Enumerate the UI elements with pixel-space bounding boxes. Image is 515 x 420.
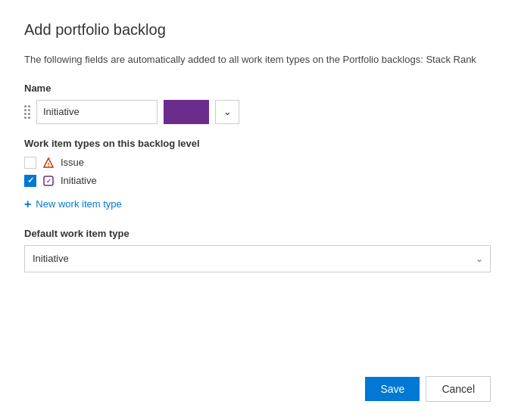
add-new-work-item-label: New work item type <box>36 198 121 210</box>
initiative-checkbox[interactable] <box>24 175 36 187</box>
chevron-down-icon: ⌄ <box>223 106 232 117</box>
dialog-description: The following fields are automatically a… <box>24 52 491 67</box>
add-portfolio-backlog-dialog: Add portfolio backlog The following fiel… <box>0 0 515 420</box>
drag-handle-icon <box>24 105 30 119</box>
color-swatch-button[interactable] <box>164 100 209 124</box>
work-item-row: ! Issue <box>24 157 491 169</box>
color-dropdown-button[interactable]: ⌄ <box>215 100 239 124</box>
name-input[interactable] <box>36 100 158 124</box>
issue-icon: ! <box>42 157 55 169</box>
default-section-label: Default work item type <box>24 228 491 239</box>
cancel-button[interactable]: Cancel <box>426 376 491 402</box>
add-new-work-item-row[interactable]: + New work item type <box>24 198 491 211</box>
name-row: ⌄ <box>24 100 491 124</box>
name-label: Name <box>24 82 491 94</box>
save-button[interactable]: Save <box>365 377 420 401</box>
initiative-work-item-row: ✓ Initiative <box>24 175 491 187</box>
svg-text:!: ! <box>48 160 50 167</box>
plus-icon: + <box>24 198 31 211</box>
issue-label: Issue <box>61 157 84 168</box>
work-item-list: ! Issue ✓ Initiative <box>24 157 491 187</box>
dialog-footer: Save Cancel <box>365 376 491 402</box>
initiative-label: Initiative <box>61 175 97 186</box>
initiative-icon: ✓ <box>42 175 55 187</box>
work-item-section-label: Work item types on this backlog level <box>24 138 491 149</box>
svg-text:✓: ✓ <box>46 178 52 185</box>
default-work-item-section: Default work item type Initiative Issue … <box>24 228 491 272</box>
default-select-wrapper: Initiative Issue ⌄ <box>24 245 491 272</box>
issue-checkbox[interactable] <box>24 157 36 169</box>
default-work-item-select[interactable]: Initiative Issue <box>24 245 491 272</box>
dialog-title: Add portfolio backlog <box>24 21 491 39</box>
